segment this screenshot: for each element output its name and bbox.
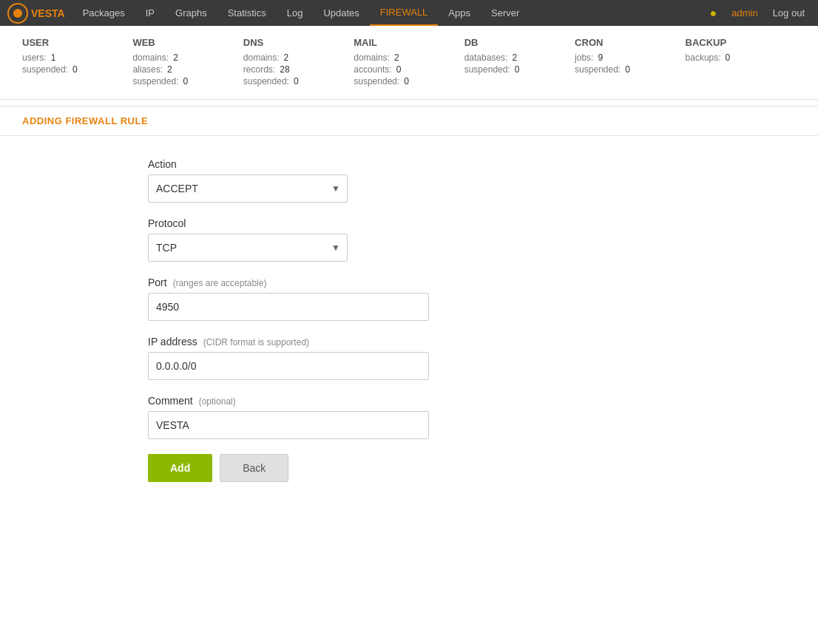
stat-val: 0 <box>396 64 402 75</box>
action-select[interactable]: ACCEPT DROP REJECT <box>148 174 348 203</box>
stat-row: suspended: 0 <box>575 64 685 75</box>
nav-item-server[interactable]: Server <box>481 0 530 26</box>
nav-item-updates[interactable]: Updates <box>313 0 369 26</box>
stat-val: 0 <box>625 64 630 75</box>
nav-item-apps[interactable]: Apps <box>438 0 481 26</box>
stat-label: suspended: <box>575 64 621 75</box>
stat-group-mail: MAIL domains: 2 accounts: 0 suspended: 0 <box>354 37 464 88</box>
stat-label: users: <box>22 52 47 63</box>
navbar: VESTA Packages IP Graphs Statistics Log … <box>0 0 818 26</box>
form-group-action: Action ACCEPT DROP REJECT ▼ <box>148 158 670 203</box>
stat-row: databases: 2 <box>464 52 575 63</box>
stat-row: jobs: 9 <box>575 52 685 63</box>
brand-name: VESTA <box>31 7 65 19</box>
form-group-protocol: Protocol TCP UDP ICMP ▼ <box>148 217 670 262</box>
port-hint: (ranges are acceptable) <box>173 278 267 288</box>
stats-bar: USER users: 1 suspended: 0 WEB domains: … <box>0 26 818 100</box>
stat-group-db: DB databases: 2 suspended: 0 <box>464 37 575 88</box>
nav-item-firewall[interactable]: FIREWALL <box>370 0 439 26</box>
nav-item-packages[interactable]: Packages <box>72 0 135 26</box>
stat-val: 0 <box>72 64 78 75</box>
stat-val: 28 <box>280 64 289 75</box>
brand: VESTA <box>7 3 65 24</box>
stat-label: suspended: <box>132 76 178 87</box>
stat-title-user: USER <box>22 37 132 48</box>
svg-point-1 <box>13 9 22 18</box>
nav-logout[interactable]: Log out <box>767 7 811 18</box>
comment-input[interactable] <box>148 411 429 439</box>
form-container: Action ACCEPT DROP REJECT ▼ Protocol TCP… <box>0 136 818 504</box>
comment-label: Comment <box>148 395 193 407</box>
port-label-group: Port (ranges are acceptable) <box>148 277 670 288</box>
stat-row: accounts: 0 <box>354 64 464 75</box>
nav-right: ● admin Log out <box>710 7 811 20</box>
stat-row: users: 1 <box>22 52 132 63</box>
nav-item-ip[interactable]: IP <box>135 0 165 26</box>
port-label: Port <box>148 277 167 288</box>
stat-title-web: WEB <box>132 37 243 48</box>
stat-group-dns: DNS domains: 2 records: 28 suspended: 0 <box>243 37 354 88</box>
btn-row: Add Back <box>148 454 670 482</box>
stat-row: records: 28 <box>243 64 354 75</box>
ip-input[interactable] <box>148 352 429 380</box>
stat-label: suspended: <box>354 76 399 87</box>
stat-group-web: WEB domains: 2 aliases: 2 suspended: 0 <box>132 37 243 88</box>
stat-label: suspended: <box>243 76 289 87</box>
nav-item-graphs[interactable]: Graphs <box>165 0 217 26</box>
action-select-wrapper: ACCEPT DROP REJECT ▼ <box>148 174 348 203</box>
stat-val: 2 <box>512 52 517 63</box>
stat-row: domains: 2 <box>243 52 354 63</box>
stat-row: backups: 0 <box>686 52 796 63</box>
section-title: ADDING FIREWALL RULE <box>22 115 148 126</box>
stat-label: databases: <box>464 52 508 63</box>
form-group-port: Port (ranges are acceptable) <box>148 277 670 321</box>
nav-admin[interactable]: admin <box>726 7 763 18</box>
stat-val: 9 <box>598 52 603 63</box>
stat-label: backups: <box>686 52 721 63</box>
stat-label: aliases: <box>132 64 163 75</box>
form-group-comment: Comment (optional) <box>148 395 670 439</box>
nav-item-statistics[interactable]: Statistics <box>217 0 277 26</box>
ip-label-group: IP address (CIDR format is supported) <box>148 336 670 348</box>
stat-row: suspended: 0 <box>354 76 464 87</box>
ip-label: IP address <box>148 336 197 348</box>
vesta-logo-icon <box>7 3 28 24</box>
stat-title-mail: MAIL <box>354 37 464 48</box>
stat-title-db: DB <box>464 37 575 48</box>
stat-row: suspended: 0 <box>22 64 132 75</box>
stat-row: suspended: 0 <box>132 76 243 87</box>
stat-title-cron: CRON <box>575 37 685 48</box>
stat-label: domains: <box>354 52 390 63</box>
stat-label: jobs: <box>575 52 593 63</box>
stat-group-cron: CRON jobs: 9 suspended: 0 <box>575 37 685 88</box>
stat-val: 2 <box>394 52 399 63</box>
nav-item-log[interactable]: Log <box>277 0 314 26</box>
stat-label: suspended: <box>22 64 68 75</box>
stat-group-user: USER users: 1 suspended: 0 <box>22 37 132 88</box>
stat-val: 0 <box>515 64 520 75</box>
port-input[interactable] <box>148 293 429 321</box>
stat-title-backup: BACKUP <box>686 37 796 48</box>
back-button[interactable]: Back <box>220 454 288 482</box>
stat-row: suspended: 0 <box>464 64 575 75</box>
nav-links: Packages IP Graphs Statistics Log Update… <box>72 0 710 26</box>
stat-val: 0 <box>404 76 409 87</box>
stat-label: records: <box>243 64 275 75</box>
protocol-select-wrapper: TCP UDP ICMP ▼ <box>148 234 348 262</box>
protocol-select[interactable]: TCP UDP ICMP <box>148 234 348 262</box>
action-label: Action <box>148 158 177 170</box>
section-header: ADDING FIREWALL RULE <box>0 106 818 136</box>
stat-val: 2 <box>284 52 289 63</box>
stat-row: suspended: 0 <box>243 76 354 87</box>
stat-val: 0 <box>726 52 731 63</box>
add-button[interactable]: Add <box>148 454 212 482</box>
stat-val: 1 <box>51 52 56 63</box>
stat-val: 2 <box>173 52 178 63</box>
stat-row: domains: 2 <box>354 52 464 63</box>
comment-hint: (optional) <box>199 396 236 407</box>
stat-label: domains: <box>132 52 169 63</box>
stat-row: aliases: 2 <box>132 64 243 75</box>
bell-icon: ● <box>710 7 717 20</box>
stat-title-dns: DNS <box>243 37 354 48</box>
ip-hint: (CIDR format is supported) <box>203 337 309 348</box>
